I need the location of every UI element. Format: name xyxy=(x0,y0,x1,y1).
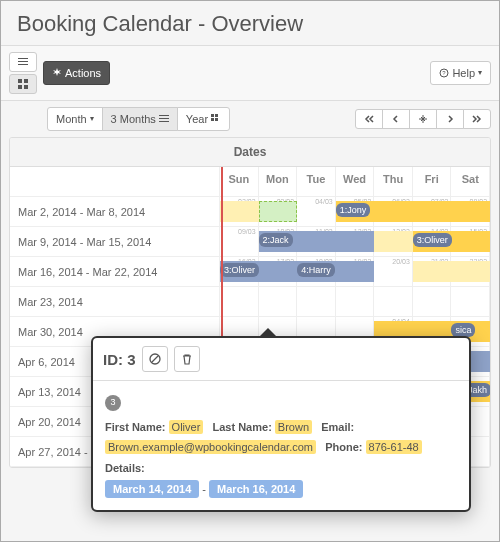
day-cell[interactable] xyxy=(297,287,336,316)
booking-band[interactable] xyxy=(220,201,259,222)
date-from: March 14, 2014 xyxy=(105,480,199,498)
svg-rect-3 xyxy=(24,85,28,89)
dow-cell: Thu xyxy=(374,167,413,196)
day-cell[interactable] xyxy=(336,287,375,316)
day-cell[interactable] xyxy=(374,287,413,316)
week-label: Mar 23, 2014 xyxy=(10,287,220,316)
dow-cell: Wed xyxy=(336,167,375,196)
booking-tag[interactable]: sica xyxy=(451,323,475,337)
last-name-label: Last Name: xyxy=(213,421,272,433)
help-button[interactable]: ?Help▾ xyxy=(430,61,491,85)
svg-rect-6 xyxy=(211,114,214,117)
svg-rect-0 xyxy=(18,79,22,83)
view-grid-button[interactable] xyxy=(9,74,37,94)
booking-tag[interactable]: 4:Harry xyxy=(297,263,335,277)
day-cell[interactable]: 09/03 xyxy=(220,227,259,256)
booking-band[interactable] xyxy=(413,261,452,282)
svg-rect-2 xyxy=(18,85,22,89)
delete-booking-button[interactable] xyxy=(174,346,200,372)
email-value: Brown.example@wpbookingcalendar.com xyxy=(105,440,316,454)
week-label: Mar 9, 2014 - Mar 15, 2014 xyxy=(10,227,220,256)
booking-tag[interactable]: 3:Oliver xyxy=(413,233,452,247)
range-month[interactable]: Month ▾ xyxy=(47,107,103,131)
week-label: Mar 16, 2014 - Mar 22, 2014 xyxy=(10,257,220,286)
nav-today[interactable] xyxy=(409,109,437,129)
actions-label: Actions xyxy=(65,66,101,80)
svg-rect-9 xyxy=(215,118,218,121)
svg-text:?: ? xyxy=(443,70,447,76)
help-label: Help xyxy=(452,66,475,80)
svg-rect-1 xyxy=(24,79,28,83)
dow-cell: Tue xyxy=(297,167,336,196)
nav-prev[interactable] xyxy=(382,109,410,129)
popup-id: ID: 3 xyxy=(103,351,136,368)
view-list-button[interactable] xyxy=(9,52,37,72)
dow-cell: Sat xyxy=(451,167,490,196)
dates-header: Dates xyxy=(10,138,490,167)
nav-first[interactable] xyxy=(355,109,383,129)
booking-band[interactable] xyxy=(374,231,413,252)
details-label: Details: xyxy=(105,462,145,474)
nav-group xyxy=(355,109,491,129)
svg-rect-7 xyxy=(215,114,218,117)
date-to: March 16, 2014 xyxy=(209,480,303,498)
phone-value: 876-61-48 xyxy=(366,440,422,454)
booking-band[interactable] xyxy=(259,201,298,222)
range-group: Month ▾ 3 Months Year xyxy=(47,107,230,131)
dow-cell: Sun xyxy=(220,167,259,196)
main-toolbar: Actions ?Help▾ xyxy=(1,45,499,101)
booking-popup: ID: 3 3 First Name: Oliver Last Name: Br… xyxy=(91,336,471,512)
booking-tag[interactable]: 1:Jony xyxy=(336,203,371,217)
nav-next[interactable] xyxy=(436,109,464,129)
range-3months[interactable]: 3 Months xyxy=(102,107,178,131)
nav-last[interactable] xyxy=(463,109,491,129)
popup-badge: 3 xyxy=(105,395,121,411)
phone-label: Phone: xyxy=(325,441,362,453)
range-toolbar: Month ▾ 3 Months Year xyxy=(1,101,499,137)
first-name-label: First Name: xyxy=(105,421,166,433)
day-cell[interactable] xyxy=(413,287,452,316)
day-cell[interactable]: 20/03 xyxy=(374,257,413,286)
cancel-booking-button[interactable] xyxy=(142,346,168,372)
date-sep: - xyxy=(202,483,206,495)
booking-tag[interactable]: 3:Oliver xyxy=(220,263,259,277)
day-cell[interactable] xyxy=(220,287,259,316)
booking-tag[interactable]: 2:Jack xyxy=(259,233,293,247)
page-title: Booking Calendar - Overview xyxy=(17,11,483,37)
svg-rect-8 xyxy=(211,118,214,121)
dow-cell: Mon xyxy=(259,167,298,196)
first-name-value: Oliver xyxy=(169,420,204,434)
email-label: Email: xyxy=(321,421,354,433)
actions-button[interactable]: Actions xyxy=(43,61,110,85)
day-cell[interactable] xyxy=(451,287,490,316)
booking-band[interactable] xyxy=(451,261,490,282)
range-year[interactable]: Year xyxy=(177,107,230,131)
day-cell[interactable]: 04/03 xyxy=(297,197,336,226)
week-label: Mar 2, 2014 - Mar 8, 2014 xyxy=(10,197,220,226)
day-cell[interactable] xyxy=(259,287,298,316)
dow-cell: Fri xyxy=(413,167,452,196)
last-name-value: Brown xyxy=(275,420,312,434)
